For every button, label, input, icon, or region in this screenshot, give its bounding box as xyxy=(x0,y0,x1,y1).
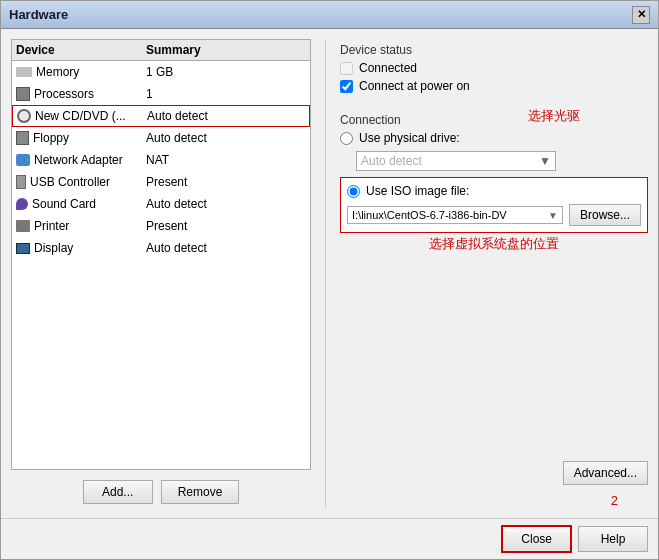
iso-label: Use ISO image file: xyxy=(366,184,469,198)
window-title: Hardware xyxy=(9,7,68,22)
close-button[interactable]: Close xyxy=(501,525,572,553)
auto-detect-text: Auto detect xyxy=(361,154,422,168)
device-name: Memory xyxy=(16,65,146,79)
device-status-label: Device status xyxy=(340,43,648,57)
remove-button[interactable]: Remove xyxy=(161,480,240,504)
table-row[interactable]: Memory 1 GB xyxy=(12,61,310,83)
iso-path-row: I:\linux\CentOS-6.7-i386-bin-DV ▼ Browse… xyxy=(347,204,641,226)
device-summary: Present xyxy=(146,175,306,189)
device-summary: Present xyxy=(146,219,306,233)
device-summary: Auto detect xyxy=(146,241,306,255)
connect-at-poweron-checkbox[interactable] xyxy=(340,80,353,93)
device-summary: Auto detect xyxy=(146,197,306,211)
memory-icon xyxy=(16,67,32,77)
spacer xyxy=(340,293,648,449)
device-summary: 1 xyxy=(146,87,306,101)
device-name: Printer xyxy=(16,219,146,233)
device-label: Floppy xyxy=(33,131,69,145)
device-label: Memory xyxy=(36,65,79,79)
dropdown-arrow-icon: ▼ xyxy=(539,154,551,168)
panel-divider xyxy=(325,39,326,508)
connect-at-poweron-label: Connect at power on xyxy=(359,79,470,93)
table-row[interactable]: Display Auto detect xyxy=(12,237,310,259)
iso-path-text: I:\linux\CentOS-6.7-i386-bin-DV xyxy=(352,209,507,221)
help-button[interactable]: Help xyxy=(578,526,648,552)
sound-icon xyxy=(16,198,28,210)
table-row[interactable]: USB Controller Present xyxy=(12,171,310,193)
iso-path-field[interactable]: I:\linux\CentOS-6.7-i386-bin-DV ▼ xyxy=(347,206,563,224)
connected-label: Connected xyxy=(359,61,417,75)
table-row[interactable]: Floppy Auto detect xyxy=(12,127,310,149)
connected-row: Connected xyxy=(340,61,648,75)
device-summary: NAT xyxy=(146,153,306,167)
device-name: New CD/DVD (... xyxy=(17,109,147,123)
titlebar: Hardware ✕ xyxy=(1,1,658,29)
table-row[interactable]: Printer Present xyxy=(12,215,310,237)
add-button[interactable]: Add... xyxy=(83,480,153,504)
processor-icon xyxy=(16,87,30,101)
close-icon[interactable]: ✕ xyxy=(632,6,650,24)
advanced-button[interactable]: Advanced... xyxy=(563,461,648,485)
iso-dropdown-arrow-icon: ▼ xyxy=(548,210,558,221)
device-name: USB Controller xyxy=(16,175,146,189)
annotation-select-iso: 选择虚拟系统盘的位置 xyxy=(340,235,648,253)
device-label: Network Adapter xyxy=(34,153,123,167)
device-table: Device Summary Memory 1 GB Processors xyxy=(11,39,311,470)
device-name: Network Adapter xyxy=(16,153,146,167)
device-label: New CD/DVD (... xyxy=(35,109,126,123)
connected-checkbox[interactable] xyxy=(340,62,353,75)
auto-detect-select[interactable]: Auto detect ▼ xyxy=(356,151,556,171)
device-status-section: Device status Connected Connect at power… xyxy=(340,39,648,101)
device-summary: Auto detect xyxy=(146,131,306,145)
bottom-buttons: Add... Remove xyxy=(11,476,311,508)
iso-radio-row: Use ISO image file: xyxy=(347,184,641,198)
device-name: Processors xyxy=(16,87,146,101)
usb-icon xyxy=(16,175,26,189)
printer-icon xyxy=(16,220,30,232)
device-name: Floppy xyxy=(16,131,146,145)
display-icon xyxy=(16,243,30,254)
iso-section-box: Use ISO image file: I:\linux\CentOS-6.7-… xyxy=(340,177,648,233)
connect-at-poweron-row: Connect at power on xyxy=(340,79,648,93)
device-label: Processors xyxy=(34,87,94,101)
device-name: Sound Card xyxy=(16,197,146,211)
device-name: Display xyxy=(16,241,146,255)
floppy-icon xyxy=(16,131,29,145)
physical-drive-label: Use physical drive: xyxy=(359,131,460,145)
hardware-window: Hardware ✕ Device Summary Memory 1 GB xyxy=(0,0,659,560)
table-row-cdrom[interactable]: New CD/DVD (... Auto detect xyxy=(12,105,310,127)
page-number: 2 xyxy=(340,493,648,508)
table-header: Device Summary xyxy=(12,40,310,61)
connection-section-label: Connection xyxy=(340,113,648,127)
device-label: Display xyxy=(34,241,73,255)
footer: Close Help xyxy=(1,518,658,559)
cdrom-icon xyxy=(17,109,31,123)
connection-section: Connection Use physical drive: Auto dete… xyxy=(340,109,648,257)
table-row[interactable]: Sound Card Auto detect xyxy=(12,193,310,215)
device-label: Sound Card xyxy=(32,197,96,211)
browse-button[interactable]: Browse... xyxy=(569,204,641,226)
table-row[interactable]: Network Adapter NAT xyxy=(12,149,310,171)
right-panel: Device status Connected Connect at power… xyxy=(340,39,648,508)
network-icon xyxy=(16,154,30,166)
iso-radio[interactable] xyxy=(347,185,360,198)
col-device-header: Device xyxy=(16,43,146,57)
physical-drive-radio[interactable] xyxy=(340,132,353,145)
device-summary: 1 GB xyxy=(146,65,306,79)
device-label: USB Controller xyxy=(30,175,110,189)
physical-drive-row: Use physical drive: xyxy=(340,131,648,145)
advanced-row: Advanced... xyxy=(340,457,648,485)
left-panel: Device Summary Memory 1 GB Processors xyxy=(11,39,311,508)
device-label: Printer xyxy=(34,219,69,233)
table-row[interactable]: Processors 1 xyxy=(12,83,310,105)
device-summary: Auto detect xyxy=(147,109,305,123)
main-content: Device Summary Memory 1 GB Processors xyxy=(1,29,658,518)
col-summary-header: Summary xyxy=(146,43,306,57)
